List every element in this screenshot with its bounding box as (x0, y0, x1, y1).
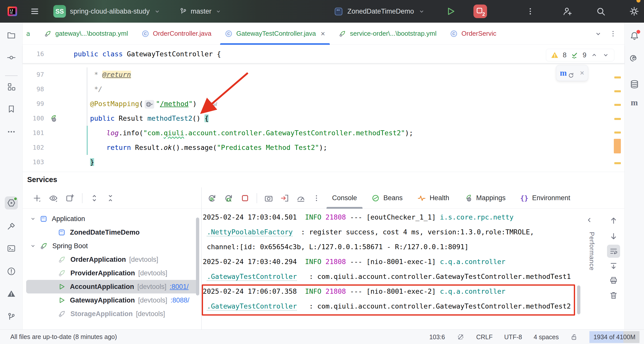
more-actions-kebab-icon[interactable] (526, 0, 535, 23)
service-tree-item[interactable]: StorageApplication[devtools] (26, 307, 198, 321)
line-number[interactable]: 102 (23, 140, 44, 155)
editor-code-line[interactable]: 102 return Result.ok().message("Predicat… (23, 140, 624, 155)
version-control-icon[interactable] (5, 310, 18, 323)
console-more-kebab-icon[interactable] (312, 194, 320, 202)
scroll-to-end-icon[interactable] (607, 260, 620, 273)
tree-scrollbar-thumb[interactable] (196, 218, 199, 295)
performance-tab[interactable]: Performance (588, 232, 595, 271)
stripe-warning-mark[interactable] (614, 104, 621, 106)
service-tree-item[interactable]: OrderApplication[devtools] (26, 253, 198, 266)
warnings-triangle-icon[interactable] (5, 287, 18, 300)
soft-wrap-icon[interactable] (607, 245, 620, 258)
editor-code-line[interactable]: 99 @PostMapping("/method") new (23, 97, 624, 111)
scroll-up-icon[interactable] (607, 214, 620, 227)
console-tab-mappings[interactable]: Mappings (464, 187, 506, 209)
expand-all-button[interactable] (90, 194, 99, 202)
service-tree-item[interactable]: ZonedDateTimeDemo (26, 226, 198, 239)
line-number[interactable]: 97 (23, 67, 44, 82)
editor-tab[interactable]: COrderController.java (135, 23, 218, 45)
gauge-icon[interactable] (296, 194, 305, 203)
stripe-warning-mark[interactable] (614, 118, 621, 120)
console-scrollbar-thumb[interactable] (577, 285, 580, 314)
encoding-selector[interactable]: UTF-8 (504, 333, 522, 341)
terminal-icon[interactable] (5, 242, 18, 255)
code-with-me-button[interactable] (562, 0, 572, 23)
hide-strip-chevron-icon[interactable] (586, 216, 593, 224)
dismiss-icon[interactable]: × (580, 69, 584, 77)
next-problem-chevron-icon[interactable] (602, 51, 610, 59)
add-service-button[interactable] (33, 194, 41, 202)
stripe-warning-mark[interactable] (614, 90, 621, 92)
maven-reload-widget[interactable]: m × (556, 65, 588, 81)
logger-link[interactable]: .GatewayTestController (207, 273, 297, 281)
stripe-warning-mark[interactable] (614, 132, 621, 134)
stripe-warning-mark[interactable] (614, 162, 621, 164)
line-number[interactable]: 103 (23, 155, 44, 169)
more-tool-windows-icon[interactable] (5, 125, 18, 138)
service-port-link[interactable]: :8088/ (171, 296, 189, 304)
print-icon[interactable] (607, 274, 620, 287)
editor-tab[interactable]: CGatewayTestController.java× (218, 23, 332, 45)
editor-code-line[interactable]: 98 */ (23, 82, 624, 97)
globe-inlay-icon[interactable] (145, 100, 154, 109)
commit-icon[interactable] (5, 51, 18, 64)
service-port-link[interactable]: :8001/ (170, 283, 189, 291)
code-line-text[interactable]: */ (74, 82, 102, 97)
build-hammer-icon[interactable] (5, 220, 18, 233)
rerun-button[interactable] (207, 193, 217, 203)
search-everywhere-button[interactable] (596, 0, 606, 23)
code-editor[interactable]: 97 * @return98 */99 @PostMapping("/metho… (23, 45, 624, 172)
main-menu-hamburger-icon[interactable] (30, 0, 39, 23)
code-line-text[interactable]: } (74, 155, 94, 169)
notifications-bell-icon[interactable] (628, 29, 641, 42)
line-number[interactable]: 98 (23, 82, 44, 97)
console-tab-beans[interactable]: Beans (372, 187, 403, 209)
ai-assistant-icon[interactable] (628, 51, 641, 64)
scrollbar-thumb[interactable] (614, 139, 621, 153)
scroll-down-icon[interactable] (607, 230, 620, 243)
vcs-branch-widget[interactable]: master (179, 0, 222, 23)
prev-problem-chevron-icon[interactable] (590, 51, 598, 59)
rerun-debug-button[interactable] (224, 193, 233, 203)
line-number[interactable]: 100 (23, 111, 44, 126)
service-tree-item[interactable]: Spring Boot (26, 239, 198, 253)
database-icon[interactable] (628, 78, 641, 91)
sticky-header-line[interactable]: 16 public class GatewayTestController { (23, 45, 624, 64)
tab-options-kebab-icon[interactable] (609, 23, 617, 45)
thread-dump-camera-icon[interactable] (264, 194, 273, 203)
bookmarks-icon[interactable] (5, 103, 18, 116)
code-line-text[interactable]: return Result.ok().message("Predicates M… (74, 140, 327, 155)
line-number[interactable]: 99 (23, 97, 44, 111)
editor-tab[interactable]: COrderServic (443, 23, 503, 45)
service-tree-item[interactable]: ProviderApplication[devtools] (26, 266, 198, 280)
vcs-status-text[interactable]: All files are up-to-date (8 minutes ago) (0, 333, 117, 340)
endpoint-gutter-icon[interactable] (49, 114, 57, 123)
code-line-text[interactable]: public Result methodTest2() { (74, 111, 209, 126)
editor-tab[interactable]: gateway\...\bootstrap.yml (37, 23, 135, 45)
run-button[interactable] (446, 0, 456, 23)
structure-icon[interactable] (5, 80, 18, 93)
console-tab-console[interactable]: Console (332, 187, 357, 209)
indent-selector[interactable]: 4 spaces (534, 333, 559, 341)
service-tree-item[interactable]: AccountApplication[devtools]:8001/ (26, 280, 198, 293)
settings-button[interactable] (629, 0, 639, 23)
logger-link[interactable]: .NettyPoolableFactory (207, 228, 293, 236)
lock-open-icon[interactable] (570, 333, 578, 341)
open-in-new-tab-button[interactable] (65, 194, 74, 203)
caret-position[interactable]: 103:6 (429, 333, 445, 341)
collapse-all-button[interactable] (106, 194, 115, 202)
maven-reload-icon[interactable]: m (560, 68, 567, 78)
editor-code-line[interactable]: 100 public Result methodTest2() { (23, 111, 624, 126)
project-folder-icon[interactable] (5, 29, 18, 42)
maven-icon[interactable]: m (628, 96, 641, 109)
project-widget[interactable]: SS spring-cloud-alibaba-study (53, 0, 161, 23)
code-line-text[interactable]: * @return (74, 67, 131, 82)
console-tab-environment[interactable]: {}Environment (520, 187, 570, 209)
tab-list-chevron-icon[interactable] (594, 23, 602, 45)
inspections-widget[interactable]: 8 9 (546, 49, 614, 61)
service-tree-item[interactable]: Application (26, 212, 198, 226)
tree-expander-chevron-icon[interactable] (30, 216, 36, 222)
stop-button[interactable]: 2 (473, 0, 487, 23)
highlighting-level-icon[interactable] (457, 333, 465, 341)
exit-endpoint-icon[interactable] (280, 194, 289, 203)
